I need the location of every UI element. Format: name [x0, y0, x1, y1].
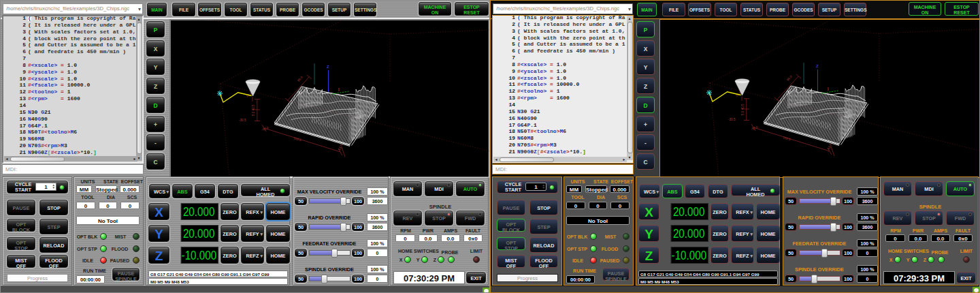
svg-text:-52.0: -52.0: [261, 126, 270, 132]
svg-text:Z: Z: [816, 64, 819, 69]
svg-text:95.0: 95.0: [786, 74, 793, 81]
svg-text:102.5: 102.5: [293, 136, 302, 142]
svg-text:5.0 40.5: 5.0 40.5: [252, 104, 255, 116]
svg-text:-30.5: -30.5: [239, 119, 246, 122]
svg-text:95.0: 95.0: [297, 75, 304, 82]
svg-text:-30.5: -30.5: [728, 118, 736, 121]
svg-text:102.5: 102.5: [783, 136, 791, 141]
svg-text:5.0 40.5: 5.0 40.5: [741, 104, 745, 115]
svg-text:53.0: 53.0: [827, 143, 832, 151]
svg-text:53.0: 53.0: [338, 144, 343, 151]
svg-text:Z: Z: [327, 65, 329, 70]
svg-text:-52.0: -52.0: [751, 125, 759, 131]
